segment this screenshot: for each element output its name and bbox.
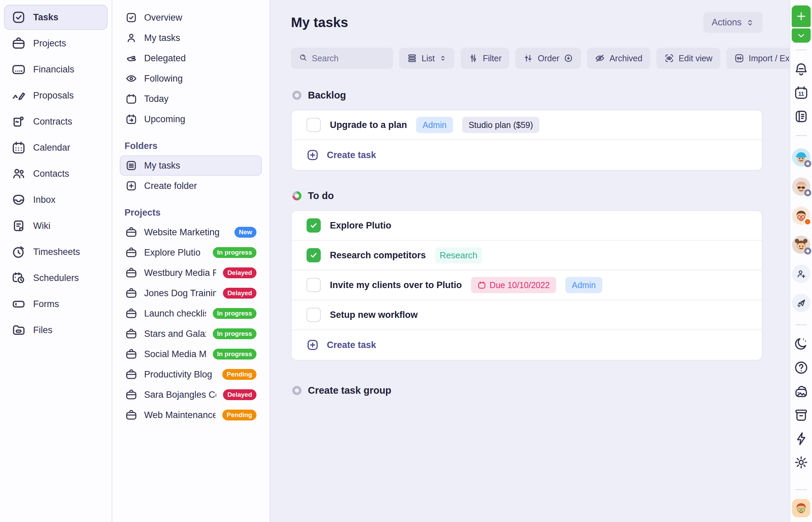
project-item[interactable]: Website Marketing New bbox=[120, 222, 262, 242]
sidebar-item-financials[interactable]: Financials bbox=[4, 57, 108, 82]
filter-button[interactable]: Filter bbox=[460, 48, 509, 69]
sidebar-item-tasks[interactable]: Tasks bbox=[4, 5, 108, 30]
project-item[interactable]: Sara Bojangles Co... Delayed bbox=[120, 385, 262, 405]
create-new-button[interactable] bbox=[792, 5, 811, 27]
project-item[interactable]: Westbury Media P... Delayed bbox=[120, 263, 262, 283]
sidebar-item-label: Tasks bbox=[33, 12, 59, 23]
sidebar-item-schedulers[interactable]: Schedulers bbox=[4, 265, 108, 290]
project-status-badge: Delayed bbox=[223, 288, 256, 299]
panel-item-following[interactable]: Following bbox=[120, 68, 262, 89]
panel-item-upcoming[interactable]: Upcoming bbox=[120, 109, 262, 129]
teammate-avatar-red-glasses[interactable] bbox=[792, 206, 810, 225]
project-item[interactable]: Jones Dog Trainin... Delayed bbox=[120, 283, 262, 303]
divider bbox=[795, 49, 807, 51]
calendar-date-icon[interactable]: 11 bbox=[793, 85, 809, 101]
dark-mode-moon-icon[interactable] bbox=[793, 336, 809, 352]
task-checkbox-checked[interactable] bbox=[307, 248, 321, 262]
task-checkbox-unchecked[interactable] bbox=[307, 118, 321, 132]
project-label: Stars and Galax... bbox=[144, 329, 206, 339]
sidebar-item-wiki[interactable]: Wiki bbox=[4, 213, 108, 238]
sidebar-item-contracts[interactable]: Contracts bbox=[4, 109, 108, 134]
project-item[interactable]: Stars and Galax... In progress bbox=[120, 324, 262, 344]
create-task-label: Create task bbox=[327, 150, 376, 160]
task-checkbox-checked[interactable] bbox=[307, 218, 321, 233]
search-input[interactable] bbox=[312, 54, 386, 63]
panel-item-my-tasks[interactable]: My tasks bbox=[120, 28, 262, 48]
project-item[interactable]: Web Maintenance Pending bbox=[120, 405, 262, 425]
edit-view-button[interactable]: Edit view bbox=[657, 48, 720, 69]
panel-item-label: Today bbox=[144, 94, 168, 104]
task-title: Setup new workflow bbox=[330, 310, 418, 320]
briefcase-icon bbox=[125, 267, 137, 279]
project-status-badge: Delayed bbox=[223, 267, 256, 278]
launch-rocket-button[interactable] bbox=[792, 294, 810, 312]
archived-button[interactable]: Archived bbox=[587, 48, 650, 69]
sidebar-item-contacts[interactable]: Contacts bbox=[4, 161, 108, 186]
briefcase-icon bbox=[125, 287, 137, 299]
teammate-avatar-sunglasses[interactable] bbox=[792, 177, 810, 196]
task-checkbox-unchecked[interactable] bbox=[307, 308, 321, 322]
sidebar-item-proposals[interactable]: Proposals bbox=[4, 83, 108, 108]
panel-item-delegated[interactable]: Delegated bbox=[120, 48, 262, 68]
project-item[interactable]: Social Media M... In progress bbox=[120, 344, 262, 364]
sort-order-icon bbox=[523, 53, 533, 63]
journal-icon[interactable] bbox=[793, 109, 809, 124]
task-row[interactable]: Explore Plutio bbox=[292, 211, 762, 241]
create-task-button[interactable]: Create task bbox=[292, 330, 762, 360]
edit-view-label: Edit view bbox=[679, 54, 712, 63]
media-library-icon[interactable] bbox=[793, 384, 809, 399]
notifications-bell-icon[interactable] bbox=[793, 61, 809, 77]
status-indicator bbox=[804, 247, 811, 255]
status-indicator bbox=[804, 189, 811, 196]
sidebar-item-inbox[interactable]: Inbox bbox=[4, 187, 108, 212]
calendar-clock-icon bbox=[12, 271, 26, 285]
project-item[interactable]: Launch checklist In progress bbox=[120, 303, 262, 324]
list-view-button[interactable]: List bbox=[399, 48, 454, 69]
teammate-avatar-blue-hat[interactable] bbox=[792, 148, 810, 166]
task-row[interactable]: Setup new workflow bbox=[292, 300, 762, 330]
sidebar-item-projects[interactable]: Projects bbox=[4, 31, 108, 56]
projects-header: Projects bbox=[125, 207, 262, 218]
task-row[interactable]: Research competitors Research bbox=[292, 241, 762, 270]
teammate-avatar-hair-buns[interactable] bbox=[792, 236, 810, 254]
briefcase-icon bbox=[12, 36, 26, 51]
task-checkbox-unchecked[interactable] bbox=[307, 278, 321, 292]
automation-lightning-icon[interactable] bbox=[793, 431, 809, 446]
sidebar-item-timesheets[interactable]: Timesheets bbox=[4, 239, 108, 264]
current-user-avatar[interactable] bbox=[792, 499, 810, 517]
briefcase-icon bbox=[125, 226, 137, 238]
project-status-badge: Pending bbox=[222, 369, 256, 380]
panel-item-label: Delegated bbox=[144, 53, 186, 64]
sidebar-item-files[interactable]: Files bbox=[4, 318, 108, 343]
expand-create-menu-button[interactable] bbox=[792, 28, 811, 43]
briefcase-icon bbox=[125, 348, 137, 360]
group-header-backlog[interactable]: Backlog bbox=[292, 90, 763, 101]
archive-box-icon[interactable] bbox=[793, 407, 809, 423]
help-question-icon[interactable] bbox=[793, 360, 809, 376]
sidebar-item-forms[interactable]: Forms bbox=[4, 292, 108, 317]
create-folder-button[interactable]: Create folder bbox=[120, 176, 262, 196]
create-task-group-button[interactable]: Create task group bbox=[292, 385, 763, 396]
sidebar-item-label: Timesheets bbox=[33, 247, 80, 257]
actions-button[interactable]: Actions bbox=[703, 12, 763, 33]
folder-item-my-tasks[interactable]: My tasks bbox=[120, 155, 262, 176]
settings-gear-icon[interactable] bbox=[793, 455, 809, 470]
actions-label: Actions bbox=[711, 17, 742, 28]
task-row[interactable]: Invite my clients over to Plutio Due 10/… bbox=[292, 270, 762, 300]
chevron-updown-icon bbox=[746, 18, 754, 27]
task-row[interactable]: Upgrade to a plan Admin Studio plan ($59… bbox=[292, 111, 762, 140]
invite-person-button[interactable] bbox=[792, 265, 810, 283]
panel-item-overview[interactable]: Overview bbox=[120, 7, 262, 28]
sidebar-item-calendar[interactable]: Calendar bbox=[4, 135, 108, 160]
plan-badge: Studio plan ($59) bbox=[462, 117, 539, 133]
briefcase-icon bbox=[125, 307, 137, 320]
order-button[interactable]: Order bbox=[515, 48, 581, 69]
project-item[interactable]: Productivity Blog ... Pending bbox=[120, 364, 262, 385]
create-task-button[interactable]: Create task bbox=[292, 140, 762, 170]
create-task-group-label: Create task group bbox=[308, 385, 392, 396]
panel-item-today[interactable]: Today bbox=[120, 89, 262, 109]
search-box[interactable] bbox=[291, 48, 393, 69]
briefcase-icon bbox=[125, 389, 137, 401]
project-item[interactable]: Explore Plutio In progress bbox=[120, 242, 262, 263]
group-header-todo[interactable]: To do bbox=[292, 190, 763, 201]
